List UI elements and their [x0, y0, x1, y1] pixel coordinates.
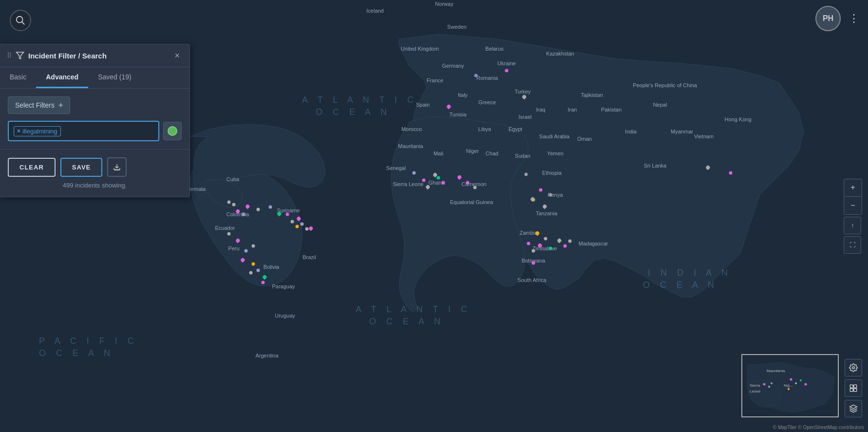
map-style-button[interactable] — [845, 379, 862, 397]
incident-marker-13[interactable] — [525, 173, 528, 176]
svg-marker-11 — [850, 405, 857, 409]
mini-map-niger-label: Nig... — [784, 383, 793, 388]
tab-saved[interactable]: Saved (19) — [88, 67, 141, 88]
svg-point-1 — [17, 17, 23, 23]
filter-panel: ⠿ Incident Filter / Search × Basic Advan… — [0, 44, 190, 197]
incident-marker-22[interactable] — [544, 237, 547, 241]
svg-line-2 — [22, 22, 25, 25]
layers-icon — [849, 404, 858, 413]
svg-point-19 — [805, 383, 807, 386]
svg-rect-9 — [850, 389, 853, 392]
add-filter-icon: + — [58, 101, 63, 110]
incident-marker-16[interactable] — [549, 193, 552, 197]
remove-tag-button[interactable]: × — [17, 128, 20, 134]
svg-point-13 — [763, 383, 766, 386]
incident-marker-14[interactable] — [539, 188, 543, 192]
select-filters-row: Select Filters + — [8, 96, 182, 114]
incident-marker-10[interactable] — [466, 181, 470, 185]
incident-marker-49[interactable] — [249, 271, 253, 275]
close-panel-button[interactable]: × — [171, 50, 183, 61]
svg-rect-8 — [854, 385, 857, 388]
tag-input-row: × illegalmining — [8, 121, 182, 141]
incident-marker-55[interactable] — [729, 171, 733, 175]
incident-marker-1[interactable] — [474, 74, 478, 77]
mini-map-leone-label: Leone — [750, 389, 760, 394]
mini-map-mauritania-label: Mauritania — [767, 369, 785, 373]
mini-map[interactable]: Mauritania Sierra Leone Nig... — [741, 354, 839, 417]
reset-bearing-button[interactable]: ↑ — [844, 217, 861, 234]
svg-rect-5 — [114, 169, 120, 170]
layers-button[interactable] — [845, 400, 862, 417]
incident-marker-37[interactable] — [286, 213, 289, 216]
map-settings-controls — [845, 359, 862, 417]
select-filters-button[interactable]: Select Filters + — [8, 96, 70, 114]
tab-advanced[interactable]: Advanced — [36, 67, 88, 88]
incident-marker-35[interactable] — [269, 206, 272, 209]
filter-tag-input[interactable] — [64, 128, 153, 135]
incidents-count-label: 499 incidents showing. — [8, 182, 182, 189]
incident-marker-19[interactable] — [527, 242, 530, 245]
incident-marker-7[interactable] — [437, 176, 440, 180]
incident-marker-32[interactable] — [227, 201, 231, 204]
tabs-container: Basic Advanced Saved (19) — [0, 67, 189, 89]
green-dot-indicator — [168, 126, 177, 136]
incident-marker-34[interactable] — [257, 208, 260, 211]
incident-marker-5[interactable] — [422, 179, 426, 182]
drag-handle-icon[interactable]: ⠿ — [7, 52, 12, 59]
panel-body: Select Filters + × illegalmining — [0, 89, 189, 149]
panel-footer: CLEAR SAVE 499 incidents showing. — [0, 149, 189, 197]
incident-marker-31[interactable] — [242, 213, 245, 216]
incident-marker-28[interactable] — [568, 240, 572, 243]
footer-buttons: CLEAR SAVE — [8, 157, 182, 177]
incident-marker-52[interactable] — [262, 281, 265, 284]
incident-marker-44[interactable] — [227, 232, 231, 236]
svg-marker-3 — [17, 52, 24, 59]
panel-header: ⠿ Incident Filter / Search × — [0, 44, 189, 67]
search-execute-button[interactable] — [163, 122, 182, 140]
tab-basic[interactable]: Basic — [0, 67, 36, 88]
filter-tag: × illegalmining — [14, 126, 61, 136]
incident-marker-2[interactable] — [505, 69, 509, 73]
svg-point-15 — [771, 382, 773, 384]
incident-marker-26[interactable] — [564, 244, 567, 248]
incident-marker-50[interactable] — [257, 269, 260, 272]
panel-title: Incident Filter / Search — [28, 52, 107, 60]
save-button[interactable]: SAVE — [60, 158, 102, 177]
select-filters-label: Select Filters — [15, 101, 55, 109]
fullscreen-button[interactable]: ⛶ — [844, 236, 861, 254]
search-icon — [15, 15, 26, 26]
zoom-in-button[interactable]: + — [844, 179, 862, 197]
map-attribution: © MapTiler © OpenStreetMap contributors — [773, 425, 864, 430]
menu-dots-button[interactable]: ⋮ — [846, 10, 862, 27]
svg-point-18 — [800, 379, 802, 381]
map-search-button[interactable] — [10, 10, 31, 31]
mini-map-content: Mauritania Sierra Leone Nig... — [742, 355, 838, 416]
map-controls-right: + − ↑ ⛶ — [844, 179, 862, 254]
incident-marker-8[interactable] — [442, 181, 445, 185]
incident-marker-41[interactable] — [305, 227, 309, 231]
zoom-control-group: + − — [844, 179, 862, 215]
incident-marker-23[interactable] — [532, 262, 535, 265]
incident-marker-40[interactable] — [301, 223, 304, 226]
svg-rect-10 — [854, 389, 857, 392]
incident-marker-46[interactable] — [252, 244, 255, 248]
incident-marker-43[interactable] — [296, 225, 299, 228]
settings-button[interactable] — [845, 359, 862, 376]
map-style-icon — [849, 384, 858, 393]
tag-input-container[interactable]: × illegalmining — [8, 121, 159, 141]
download-button[interactable] — [107, 157, 127, 177]
incident-marker-29[interactable] — [232, 203, 236, 207]
incident-marker-4[interactable] — [413, 171, 416, 175]
user-avatar[interactable]: PH — [815, 6, 841, 31]
incident-marker-53[interactable] — [252, 263, 255, 266]
incident-marker-47[interactable] — [245, 249, 248, 253]
clear-button[interactable]: CLEAR — [8, 158, 56, 177]
zoom-out-button[interactable]: − — [844, 197, 862, 214]
settings-icon — [849, 363, 858, 372]
incident-marker-25[interactable] — [549, 247, 552, 250]
incident-marker-11[interactable] — [473, 186, 477, 189]
incident-marker-38[interactable] — [291, 220, 294, 224]
panel-header-left: ⠿ Incident Filter / Search — [7, 51, 107, 60]
svg-point-20 — [788, 388, 790, 390]
incident-marker-20[interactable] — [532, 249, 535, 253]
